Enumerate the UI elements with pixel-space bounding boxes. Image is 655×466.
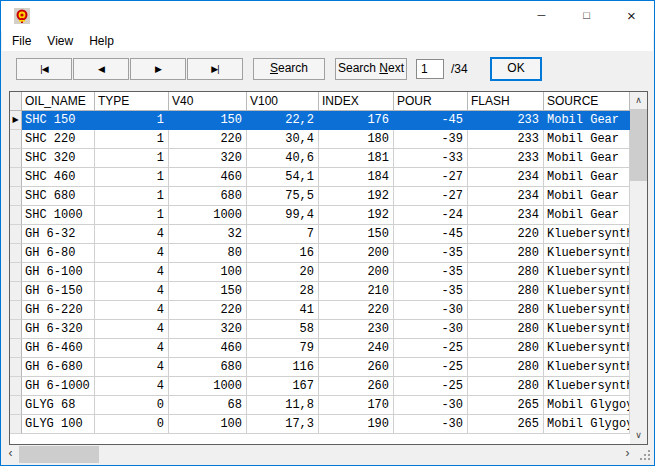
cell[interactable]: 220 bbox=[319, 301, 394, 320]
cell[interactable]: 265 bbox=[468, 415, 544, 434]
cell[interactable]: 4 bbox=[95, 320, 169, 339]
cell[interactable]: GH 6-320 bbox=[22, 320, 95, 339]
cell[interactable]: 280 bbox=[468, 244, 544, 263]
cell[interactable]: 41 bbox=[247, 301, 319, 320]
cell[interactable]: 200 bbox=[319, 244, 394, 263]
cell[interactable]: -25 bbox=[394, 339, 468, 358]
cell[interactable]: 180 bbox=[319, 130, 394, 149]
cell[interactable]: Mobil Gear bbox=[544, 206, 630, 225]
cell[interactable]: GH 6-460 bbox=[22, 339, 95, 358]
cell[interactable]: 4 bbox=[95, 358, 169, 377]
cell[interactable]: -30 bbox=[394, 415, 468, 434]
cell[interactable]: -45 bbox=[394, 225, 468, 244]
cell[interactable]: -33 bbox=[394, 149, 468, 168]
cell[interactable]: -25 bbox=[394, 358, 468, 377]
scroll-left-icon[interactable]: ‹ bbox=[2, 446, 19, 463]
cell[interactable]: -45 bbox=[394, 111, 468, 130]
table-row[interactable]: GH 6-150415028210-35280Kluebersynth bbox=[10, 282, 630, 301]
cell[interactable]: 181 bbox=[319, 149, 394, 168]
table-row[interactable]: SHC 460146054,1184-27234Mobil Gear bbox=[10, 168, 630, 187]
cell[interactable]: 280 bbox=[468, 301, 544, 320]
cell[interactable]: -30 bbox=[394, 396, 468, 415]
cell[interactable]: 280 bbox=[468, 377, 544, 396]
cell[interactable]: Kluebersynth bbox=[544, 263, 630, 282]
menu-view[interactable]: View bbox=[39, 31, 81, 51]
maximize-button[interactable]: □ bbox=[564, 1, 609, 30]
cell[interactable]: 20 bbox=[247, 263, 319, 282]
cell[interactable]: 265 bbox=[468, 396, 544, 415]
cell[interactable]: 4 bbox=[95, 282, 169, 301]
table-row[interactable]: ▶SHC 150115022,2176-45233Mobil Gear bbox=[10, 111, 630, 130]
cell[interactable]: Kluebersynth bbox=[544, 320, 630, 339]
cell[interactable]: 220 bbox=[169, 301, 247, 320]
cell[interactable]: 150 bbox=[169, 111, 247, 130]
last-record-button[interactable]: ▶| bbox=[187, 58, 243, 80]
cell[interactable]: 68 bbox=[169, 396, 247, 415]
cell[interactable]: 17,3 bbox=[247, 415, 319, 434]
ok-button[interactable]: OK bbox=[490, 57, 542, 81]
cell[interactable]: 1 bbox=[95, 168, 169, 187]
cell[interactable]: 1000 bbox=[169, 206, 247, 225]
cell[interactable]: 116 bbox=[247, 358, 319, 377]
cell[interactable]: 100 bbox=[169, 263, 247, 282]
cell[interactable]: 230 bbox=[319, 320, 394, 339]
table-row[interactable]: SHC 10001100099,4192-24234Mobil Gear bbox=[10, 206, 630, 225]
cell[interactable]: GLYG 100 bbox=[22, 415, 95, 434]
cell[interactable]: SHC 460 bbox=[22, 168, 95, 187]
scroll-right-icon[interactable]: › bbox=[619, 446, 636, 463]
cell[interactable]: Mobil Glygoyl bbox=[544, 415, 630, 434]
title-bar[interactable]: ─ □ × bbox=[1, 1, 654, 31]
cell[interactable]: 4 bbox=[95, 377, 169, 396]
cell[interactable]: 192 bbox=[319, 206, 394, 225]
cell[interactable]: Mobil Gear bbox=[544, 168, 630, 187]
cell[interactable]: 260 bbox=[319, 377, 394, 396]
record-number-input[interactable] bbox=[416, 59, 444, 79]
scroll-up-icon[interactable]: ∧ bbox=[630, 92, 647, 109]
cell[interactable]: -30 bbox=[394, 301, 468, 320]
cell[interactable]: Kluebersynth bbox=[544, 225, 630, 244]
column-header-pour[interactable]: POUR bbox=[394, 92, 468, 111]
cell[interactable]: 32 bbox=[169, 225, 247, 244]
cell[interactable]: GH 6-220 bbox=[22, 301, 95, 320]
cell[interactable]: Kluebersynth bbox=[544, 377, 630, 396]
cell[interactable]: 210 bbox=[319, 282, 394, 301]
menu-file[interactable]: File bbox=[4, 31, 39, 51]
cell[interactable]: 75,5 bbox=[247, 187, 319, 206]
table-row[interactable]: SHC 320132040,6181-33233Mobil Gear bbox=[10, 149, 630, 168]
cell[interactable]: 150 bbox=[319, 225, 394, 244]
table-row[interactable]: GH 6-100041000167260-25280Kluebersynth bbox=[10, 377, 630, 396]
cell[interactable]: 1 bbox=[95, 149, 169, 168]
menu-help[interactable]: Help bbox=[81, 31, 122, 51]
search-next-button[interactable]: Search Next bbox=[335, 58, 407, 80]
first-record-button[interactable]: |◀ bbox=[16, 58, 72, 80]
cell[interactable]: 4 bbox=[95, 225, 169, 244]
cell[interactable]: 200 bbox=[319, 263, 394, 282]
cell[interactable]: SHC 220 bbox=[22, 130, 95, 149]
cell[interactable]: 184 bbox=[319, 168, 394, 187]
cell[interactable]: 4 bbox=[95, 301, 169, 320]
cell[interactable]: Kluebersynth bbox=[544, 339, 630, 358]
table-row[interactable]: GH 6-6804680116260-25280Kluebersynth bbox=[10, 358, 630, 377]
cell[interactable]: 233 bbox=[468, 111, 544, 130]
cell[interactable]: 1 bbox=[95, 130, 169, 149]
cell[interactable]: GH 6-80 bbox=[22, 244, 95, 263]
cell[interactable]: 460 bbox=[169, 339, 247, 358]
cell[interactable]: 234 bbox=[468, 168, 544, 187]
cell[interactable]: 99,4 bbox=[247, 206, 319, 225]
cell[interactable]: Mobil Gear bbox=[544, 149, 630, 168]
table-row[interactable]: GH 6-100410020200-35280Kluebersynth bbox=[10, 263, 630, 282]
cell[interactable]: 460 bbox=[169, 168, 247, 187]
cell[interactable]: 79 bbox=[247, 339, 319, 358]
cell[interactable]: GLYG 68 bbox=[22, 396, 95, 415]
cell[interactable]: Mobil Gear bbox=[544, 111, 630, 130]
cell[interactable]: 234 bbox=[468, 187, 544, 206]
column-header-v40[interactable]: V40 bbox=[169, 92, 247, 111]
cell[interactable]: Kluebersynth bbox=[544, 358, 630, 377]
table-row[interactable]: SHC 220122030,4180-39233Mobil Gear bbox=[10, 130, 630, 149]
vertical-scroll-thumb[interactable] bbox=[630, 109, 647, 181]
cell[interactable]: 40,6 bbox=[247, 149, 319, 168]
cell[interactable]: 4 bbox=[95, 339, 169, 358]
cell[interactable]: 16 bbox=[247, 244, 319, 263]
table-row[interactable]: SHC 680168075,5192-27234Mobil Gear bbox=[10, 187, 630, 206]
cell[interactable]: 1 bbox=[95, 111, 169, 130]
